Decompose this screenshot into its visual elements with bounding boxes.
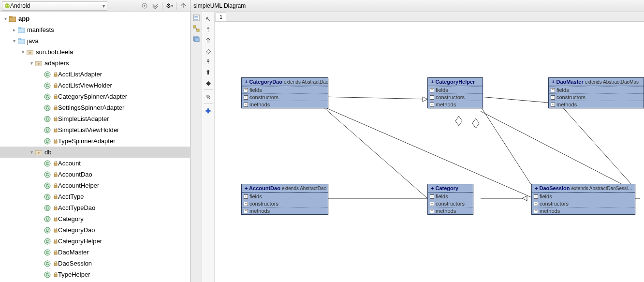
expand-plus-icon[interactable]: + [534, 194, 538, 199]
tool-composition-arrow[interactable]: ⬆ [204, 67, 213, 77]
uml-methods[interactable]: +methods [242, 101, 328, 108]
tree-node-class[interactable]: CAccount [0, 158, 190, 169]
expand-arrow-icon[interactable]: ▾ [28, 60, 35, 66]
expand-plus-icon[interactable]: + [551, 103, 555, 107]
uml-fields[interactable]: +fields [428, 193, 473, 200]
collapse-all-button[interactable] [150, 1, 160, 11]
uml-methods[interactable]: +methods [532, 207, 635, 214]
project-view-dropdown[interactable]: Android [2, 1, 107, 11]
expand-plus-icon[interactable]: + [244, 194, 248, 199]
tool-percent[interactable]: % [204, 92, 213, 102]
expand-plus-icon[interactable]: + [534, 209, 538, 213]
tree-node-class[interactable]: CAcctType [0, 191, 190, 202]
expand-arrow-icon[interactable]: ▾ [11, 38, 17, 44]
expand-arrow-icon[interactable]: ▾ [28, 149, 35, 155]
uml-constructors[interactable]: +constructors [242, 200, 328, 207]
svg-text:C: C [46, 72, 49, 77]
uml-class-daosession[interactable]: + DaoSession extends AbstractDaoSessi… +… [531, 184, 635, 215]
tool-association-diamond[interactable]: ◇ [204, 46, 213, 56]
uml-constructors[interactable]: +constructors [532, 200, 635, 207]
uml-class-accountdao[interactable]: + AccountDao extends AbstractDao +fields… [241, 184, 328, 215]
tree-node-class[interactable]: CSimpleListViewHolder [0, 124, 190, 135]
tree-node-app[interactable]: ▾ app [0, 13, 190, 24]
svg-rect-23 [54, 96, 57, 99]
diagram-file-icon[interactable] [192, 14, 200, 22]
svg-rect-73 [197, 29, 199, 31]
tool-add[interactable]: ✚ [204, 106, 213, 116]
uml-class-categorydao[interactable]: + CategoryDao extends AbstractDao +field… [241, 77, 328, 108]
tool-select-arrow[interactable]: ↖ [204, 14, 213, 24]
expand-plus-icon[interactable]: + [430, 95, 434, 100]
tree-node-adapters[interactable]: ▾ adapters [0, 58, 190, 69]
expand-plus-icon[interactable]: + [430, 209, 434, 213]
tree-node-class[interactable]: CAcctTypeDao [0, 202, 190, 213]
expand-plus-icon[interactable]: + [430, 88, 434, 92]
expand-plus-icon[interactable]: + [430, 202, 434, 206]
diagram-canvas[interactable]: 1 [215, 12, 644, 282]
expand-plus-icon[interactable]: + [430, 103, 434, 107]
uml-fields[interactable]: +fields [242, 193, 328, 200]
settings-gear-button[interactable]: ⚙▾ [164, 1, 174, 11]
expand-plus-icon[interactable]: + [551, 95, 555, 100]
tree-node-package[interactable]: ▾ sun.bob.leela [0, 46, 190, 58]
tree-node-class[interactable]: CCategory [0, 213, 190, 224]
tree-node-class[interactable]: CTypeSpinnerAdapter [0, 135, 190, 147]
tree-node-class[interactable]: CAcctListViewHolder [0, 80, 190, 91]
uml-class-name: + Category [431, 185, 458, 191]
tree-node-class[interactable]: CSimpleListAdapter [0, 113, 190, 124]
tree-node-class[interactable]: CSettingsSpinnerAdapter [0, 102, 190, 113]
uml-class-category[interactable]: + Category +fields +constructors +method… [427, 184, 473, 215]
expand-arrow-icon[interactable]: ▾ [2, 16, 9, 21]
tree-node-class[interactable]: CCategoryDao [0, 224, 190, 236]
uml-class-categoryhelper[interactable]: + CategoryHelper +fields +constructors +… [427, 77, 483, 108]
project-tree[interactable]: ▾ app ▸ manifests ▾ java ▾ sun.bob.leela… [0, 12, 190, 282]
uml-fields[interactable]: +fields [549, 86, 644, 93]
tool-dependency-arrow[interactable]: ↟ [204, 57, 213, 66]
tree-node-class[interactable]: CAccountHelper [0, 180, 190, 191]
expand-arrow-icon[interactable]: ▾ [19, 49, 26, 55]
tree-node-class[interactable]: CTypeHelper [0, 269, 190, 280]
expand-plus-icon[interactable]: + [244, 88, 248, 92]
expand-plus-icon[interactable]: + [244, 209, 248, 213]
tree-node-class[interactable]: CCategorySpinnerAdapter [0, 91, 190, 102]
expand-plus-icon[interactable]: + [244, 95, 248, 100]
layers-icon[interactable] [192, 35, 200, 43]
hide-button[interactable] [178, 1, 188, 11]
expand-plus-icon[interactable]: + [244, 103, 248, 107]
tool-realization-arrow[interactable]: ⤊ [204, 35, 213, 45]
tree-node-class[interactable]: CAccountDao [0, 169, 190, 180]
expand-plus-icon[interactable]: + [551, 88, 555, 92]
tree-label: DaoMaster [58, 249, 89, 256]
tree-node-db[interactable]: ▾ db [0, 147, 190, 158]
locate-button[interactable] [140, 1, 149, 11]
uml-methods[interactable]: +methods [428, 101, 483, 108]
uml-constructors[interactable]: +constructors [428, 93, 483, 101]
uml-extends: extends AbstractDaoMas [585, 79, 639, 85]
uml-fields[interactable]: +fields [242, 86, 328, 93]
expand-plus-icon[interactable]: + [244, 202, 248, 206]
uml-constructors[interactable]: +constructors [428, 200, 473, 207]
tree-node-class[interactable]: CDaoSession [0, 258, 190, 269]
uml-methods[interactable]: +methods [549, 101, 644, 108]
uml-methods[interactable]: +methods [428, 207, 473, 214]
expand-plus-icon[interactable]: + [534, 202, 538, 206]
uml-fields[interactable]: +fields [428, 86, 483, 93]
uml-constructors[interactable]: +constructors [242, 93, 328, 101]
dependencies-icon[interactable] [192, 25, 200, 32]
tree-node-class[interactable]: CAcctListAdapter [0, 69, 190, 80]
diagram-tab-1[interactable]: 1 [216, 13, 226, 21]
uml-class-daomaster[interactable]: + DaoMaster extends AbstractDaoMas +fiel… [548, 77, 644, 108]
tool-generalization-arrow[interactable]: ⇡ [204, 25, 213, 34]
tool-aggregation-diamond[interactable]: ◆ [204, 78, 213, 88]
expand-arrow-icon[interactable]: ▸ [11, 27, 17, 32]
tree-node-manifests[interactable]: ▸ manifests [0, 24, 190, 35]
tree-node-class[interactable]: CCategoryHelper [0, 236, 190, 247]
tree-node-class[interactable]: CDaoMaster [0, 247, 190, 258]
uml-fields[interactable]: +fields [532, 193, 635, 200]
uml-constructors[interactable]: +constructors [549, 93, 644, 101]
uml-methods[interactable]: +methods [242, 207, 328, 214]
diagram-tab-strip: 1 [215, 12, 644, 22]
expand-plus-icon[interactable]: + [430, 194, 434, 199]
tree-node-java[interactable]: ▾ java [0, 35, 190, 46]
class-icon: C [44, 126, 51, 134]
